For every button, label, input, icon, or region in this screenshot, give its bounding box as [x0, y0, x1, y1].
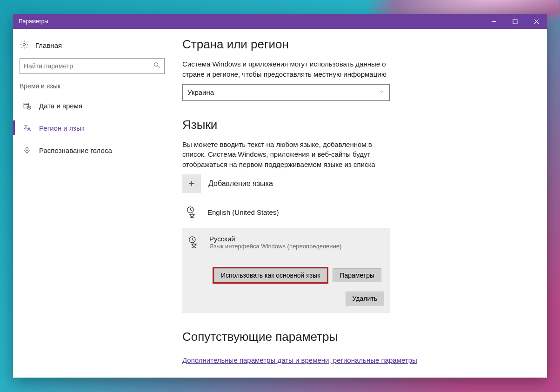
chevron-down-icon — [378, 88, 385, 96]
gear-icon — [20, 40, 29, 51]
home-link[interactable]: Главная — [13, 37, 171, 58]
language-glyph-icon — [187, 235, 202, 250]
sidebar-item-speech[interactable]: Распознавание голоса — [13, 139, 171, 161]
sidebar-item-date-time[interactable]: Дата и время — [13, 94, 171, 117]
minimize-button[interactable] — [483, 14, 504, 29]
language-item-english[interactable]: English (United States) — [182, 201, 390, 224]
plus-icon: + — [182, 174, 201, 193]
search-field[interactable] — [24, 62, 153, 70]
country-dropdown[interactable]: Украина — [182, 84, 390, 101]
sidebar: Главная Время и язык Дата и время Реги — [13, 29, 171, 378]
svg-line-18 — [192, 239, 193, 240]
titlebar: Параметры — [13, 14, 547, 29]
language-subtitle: Язык интерфейса Windows (переопределение… — [209, 243, 341, 250]
language-options-button[interactable]: Параметры — [333, 268, 381, 282]
content-area: Страна или регион Система Windows и прил… — [171, 29, 547, 378]
sidebar-item-label: Дата и время — [39, 102, 82, 110]
svg-point-4 — [23, 44, 26, 46]
add-language-label: Добавление языка — [208, 179, 273, 188]
sidebar-section-label: Время и язык — [13, 82, 171, 94]
related-settings-link[interactable]: Дополнительные параметры даты и времени,… — [182, 356, 417, 364]
svg-rect-7 — [24, 103, 29, 108]
related-heading: Сопутствующие параметры — [182, 330, 536, 344]
language-name: English (United States) — [207, 208, 279, 216]
add-language-row[interactable]: + Добавление языка — [182, 174, 536, 193]
languages-heading: Языки — [182, 118, 536, 132]
sidebar-item-label: Регион и язык — [39, 124, 84, 132]
svg-rect-12 — [26, 147, 28, 151]
window-title: Параметры — [13, 18, 483, 25]
svg-rect-1 — [513, 20, 517, 24]
language-icon — [22, 124, 32, 132]
search-input[interactable] — [20, 58, 165, 74]
svg-line-15 — [190, 210, 192, 211]
language-item-russian[interactable]: Русский Язык интерфейса Windows (переопр… — [182, 228, 390, 313]
remove-language-button[interactable]: Удалить — [346, 292, 384, 306]
country-selected: Украина — [187, 88, 214, 96]
region-heading: Страна или регион — [182, 37, 536, 52]
microphone-icon — [22, 146, 32, 154]
maximize-button[interactable] — [504, 14, 526, 29]
sidebar-item-region-language[interactable]: Регион и язык — [13, 117, 171, 139]
search-icon — [153, 61, 160, 71]
language-glyph-icon — [185, 205, 200, 220]
sidebar-item-label: Распознавание голоса — [39, 146, 112, 154]
svg-point-5 — [154, 63, 158, 66]
settings-window: Параметры Главная — [13, 14, 547, 378]
languages-description: Вы можете вводить текст на любом языке, … — [182, 140, 387, 170]
set-default-button[interactable]: Использовать как основной язык — [214, 268, 327, 282]
home-label: Главная — [35, 41, 62, 49]
region-description: Система Windows и приложения могут испол… — [182, 59, 387, 80]
close-button[interactable] — [526, 14, 547, 29]
language-name: Русский — [209, 235, 341, 243]
svg-line-11 — [29, 108, 30, 108]
svg-line-6 — [158, 66, 160, 68]
calendar-clock-icon — [22, 101, 32, 110]
